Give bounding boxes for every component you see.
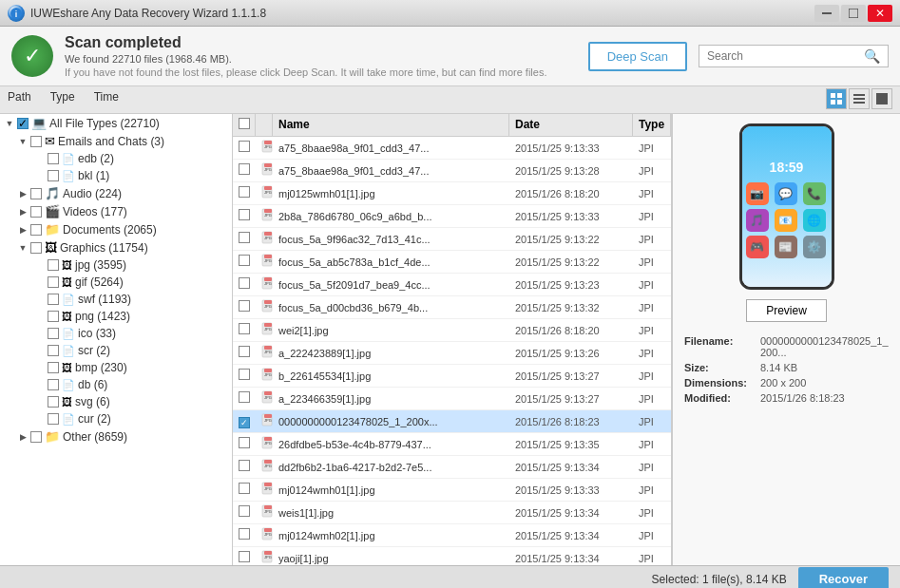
file-checkbox-cell[interactable] — [233, 503, 256, 522]
checkbox-other[interactable] — [30, 431, 42, 443]
file-checkbox-15[interactable] — [239, 483, 250, 494]
file-row[interactable]: JPG 26dfdbe5-b53e-4c4b-8779-437... 2015/… — [233, 433, 671, 456]
tree-node-jpg[interactable]: 🖼 jpg (3595) — [0, 256, 232, 274]
close-button[interactable]: ✕ — [868, 5, 892, 22]
file-checkbox-cell[interactable] — [233, 161, 256, 180]
expand-emails[interactable]: ▼ — [17, 136, 29, 147]
file-checkbox-cell[interactable] — [233, 252, 256, 272]
file-checkbox-12[interactable]: ✓ — [239, 417, 250, 428]
file-checkbox-cell[interactable] — [233, 138, 256, 158]
file-checkbox-cell[interactable] — [233, 183, 256, 203]
file-checkbox-11[interactable] — [239, 391, 250, 403]
file-row[interactable]: JPG a75_8baae98a_9f01_cdd3_47... 2015/1/… — [233, 160, 671, 182]
checkbox-documents[interactable] — [30, 224, 42, 236]
expand-edb[interactable] — [34, 153, 46, 164]
tree-node-graphics[interactable]: ▼ 🖼 Graphics (11754) — [0, 238, 232, 256]
col-header-type[interactable]: Type — [50, 90, 75, 109]
file-checkbox-cell[interactable] — [233, 366, 256, 386]
minimize-button[interactable] — [814, 5, 839, 22]
header-check[interactable] — [233, 114, 256, 136]
file-row[interactable]: JPG dd2fb6b2-1ba6-4217-b2d2-7e5... 2015/… — [233, 456, 671, 479]
header-type[interactable]: Type — [633, 114, 671, 136]
expand-videos[interactable]: ▶ — [17, 206, 29, 218]
checkbox-png[interactable] — [48, 311, 59, 322]
file-checkbox-17[interactable] — [239, 528, 250, 540]
checkbox-graphics[interactable] — [30, 242, 42, 254]
tree-node-videos[interactable]: ▶ 🎬 Videos (177) — [0, 202, 232, 220]
file-checkbox-cell[interactable] — [233, 525, 256, 545]
file-checkbox-cell[interactable] — [233, 206, 256, 226]
tree-node-cur[interactable]: 📄 cur (2) — [0, 410, 232, 427]
file-checkbox-16[interactable] — [239, 505, 250, 517]
checkbox-gif[interactable] — [48, 276, 59, 288]
file-checkbox-cell[interactable] — [233, 389, 256, 408]
file-row[interactable]: JPG mj0124wmh01[1].jpg 2015/1/25 9:13:33… — [233, 479, 671, 502]
tree-node-db[interactable]: 📄 db (6) — [0, 376, 232, 393]
file-row[interactable]: JPG b_226145534[1].jpg 2015/1/25 9:13:27… — [233, 365, 671, 388]
file-row[interactable]: JPG focus_5a_ab5c783a_b1cf_4de... 2015/1… — [233, 251, 671, 274]
preview-button[interactable]: Preview — [746, 299, 827, 322]
file-row[interactable]: JPG focus_5a_5f2091d7_bea9_4cc... 2015/1… — [233, 274, 671, 296]
expand-graphics[interactable]: ▼ — [17, 242, 29, 254]
file-checkbox-9[interactable] — [239, 346, 250, 357]
recover-button[interactable]: Recover — [798, 567, 889, 588]
tree-node-edb[interactable]: 📄 edb (2) — [0, 150, 232, 167]
expand-audio[interactable]: ▶ — [17, 188, 29, 199]
header-date[interactable]: Date — [509, 114, 633, 136]
tree-node-svg[interactable]: 🖼 svg (6) — [0, 393, 232, 410]
file-checkbox-cell[interactable] — [233, 343, 256, 363]
tree-node-root[interactable]: ▼ ✓ 💻 All File Types (22710) — [0, 114, 232, 132]
col-header-path[interactable]: Path — [8, 90, 31, 109]
file-checkbox-7[interactable] — [239, 300, 250, 312]
file-checkbox-8[interactable] — [239, 323, 250, 334]
checkbox-swf[interactable] — [48, 294, 59, 305]
checkbox-scr[interactable] — [48, 345, 59, 356]
tree-node-ico[interactable]: 📄 ico (33) — [0, 325, 232, 342]
file-checkbox-3[interactable] — [239, 209, 250, 220]
file-checkbox-1[interactable] — [239, 163, 250, 175]
file-checkbox-6[interactable] — [239, 277, 250, 289]
checkbox-videos[interactable] — [30, 206, 42, 218]
search-input[interactable] — [707, 49, 864, 63]
view-list-button[interactable] — [849, 88, 870, 109]
tree-node-gif[interactable]: 🖼 gif (5264) — [0, 274, 232, 291]
header-name[interactable]: Name — [273, 114, 509, 136]
checkbox-edb[interactable] — [48, 153, 59, 164]
deep-scan-button[interactable]: Deep Scan — [588, 42, 687, 71]
file-row[interactable]: JPG weis1[1].jpg 2015/1/25 9:13:34 JPI — [233, 502, 671, 524]
file-row[interactable]: JPG 2b8a_786d6780_06c9_a6bd_b... 2015/1/… — [233, 205, 671, 228]
search-box[interactable]: 🔍 — [699, 45, 889, 67]
view-grid-button[interactable] — [826, 88, 847, 109]
file-checkbox-10[interactable] — [239, 369, 250, 380]
file-checkbox-cell[interactable]: ✓ — [233, 412, 256, 431]
tree-node-png[interactable]: 🖼 png (1423) — [0, 308, 232, 325]
file-checkbox-cell[interactable] — [233, 480, 256, 500]
checkbox-jpg[interactable] — [48, 259, 59, 271]
file-checkbox-cell[interactable] — [233, 229, 256, 249]
search-icon[interactable]: 🔍 — [864, 48, 880, 64]
checkbox-root[interactable]: ✓ — [17, 118, 29, 129]
tree-node-scr[interactable]: 📄 scr (2) — [0, 342, 232, 359]
file-checkbox-0[interactable] — [239, 141, 250, 152]
view-detail-button[interactable] — [871, 88, 892, 109]
file-checkbox-cell[interactable] — [233, 275, 256, 294]
file-checkbox-5[interactable] — [239, 255, 250, 266]
expand-root[interactable]: ▼ — [4, 118, 15, 129]
expand-other[interactable]: ▶ — [17, 431, 29, 443]
header-checkbox[interactable] — [239, 118, 250, 129]
file-row[interactable]: JPG mj0125wmh01[1].jpg 2015/1/26 8:18:20… — [233, 182, 671, 205]
tree-node-other[interactable]: ▶ 📁 Other (8659) — [0, 427, 232, 446]
file-checkbox-2[interactable] — [239, 186, 250, 198]
expand-documents[interactable]: ▶ — [17, 224, 29, 236]
tree-node-bkl[interactable]: 📄 bkl (1) — [0, 167, 232, 184]
file-checkbox-18[interactable] — [239, 551, 250, 562]
file-checkbox-cell[interactable] — [233, 297, 256, 317]
checkbox-db[interactable] — [48, 379, 59, 390]
tree-node-documents[interactable]: ▶ 📁 Documents (2065) — [0, 220, 232, 238]
checkbox-svg[interactable] — [48, 396, 59, 408]
checkbox-emails[interactable] — [30, 136, 42, 147]
file-checkbox-cell[interactable] — [233, 548, 256, 565]
file-checkbox-cell[interactable] — [233, 434, 256, 454]
checkbox-ico[interactable] — [48, 328, 59, 339]
tree-node-swf[interactable]: 📄 swf (1193) — [0, 291, 232, 308]
